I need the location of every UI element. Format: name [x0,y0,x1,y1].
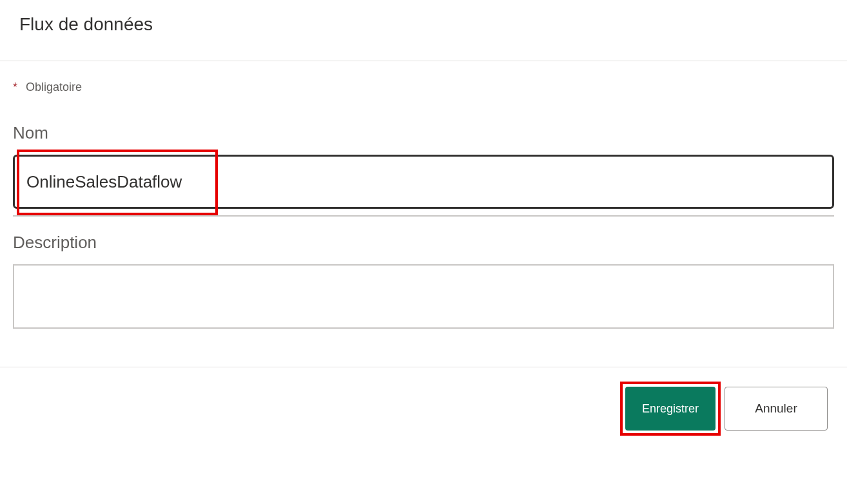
description-label: Description [13,233,834,253]
name-underline [13,215,834,217]
name-input[interactable] [13,155,834,209]
required-asterisk-icon: * [13,81,17,93]
name-input-wrap [13,155,834,209]
name-field-block: Nom [13,123,834,217]
dialog-footer: Enregistrer Annuler [0,367,847,431]
dialog-header: Flux de données [0,0,847,61]
form-body: * Obligatoire Nom Description [0,61,847,367]
required-label: Obligatoire [26,81,82,93]
save-button-wrap: Enregistrer [625,387,716,431]
cancel-button[interactable]: Annuler [725,387,828,431]
dialog-title: Flux de données [19,14,828,35]
description-field-block: Description [13,233,834,331]
name-label: Nom [13,123,834,143]
save-button[interactable]: Enregistrer [625,387,716,431]
description-input[interactable] [13,264,834,329]
required-note: * Obligatoire [13,81,834,94]
